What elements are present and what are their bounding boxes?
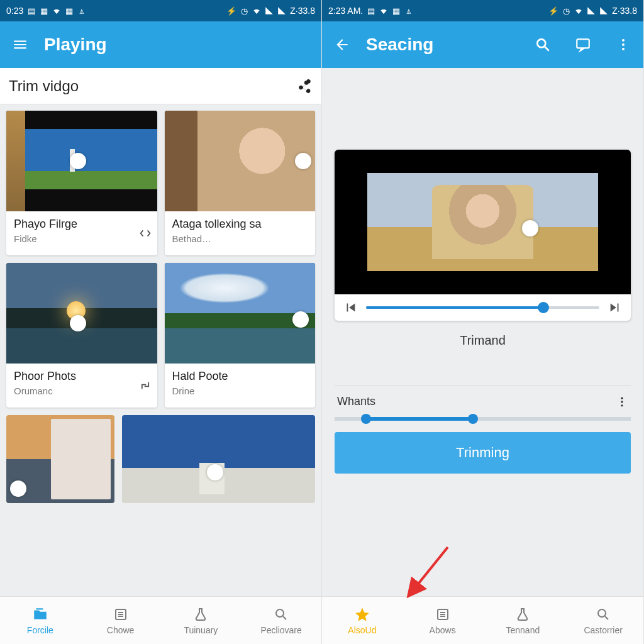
video-thumbnail — [165, 111, 316, 211]
list-icon — [113, 606, 129, 623]
nav-label: Tuinuary — [184, 625, 218, 635]
svg-point-9 — [621, 401, 623, 402]
video-card[interactable]: Ataga tollexing sa Bethad… — [165, 111, 316, 255]
battery-label: Z·33.8 — [290, 6, 315, 16]
app-title: Playing — [44, 35, 107, 55]
flask-icon — [514, 606, 531, 623]
nav-label: Forcile — [27, 625, 53, 635]
nav-tab-castorrier[interactable]: Castorrier — [563, 597, 643, 644]
nav-tab-pecliovare[interactable]: Pecliovare — [241, 597, 321, 644]
status-icon: ▦ — [40, 6, 48, 15]
video-card[interactable]: Phoor Phots Orumanc — [6, 263, 157, 408]
app-title: Seacing — [366, 35, 433, 55]
status-icon: ⍋ — [77, 6, 86, 15]
nav-tab-alsoud[interactable]: AlsoUd — [322, 597, 402, 644]
wifi-icon — [574, 6, 583, 15]
signal-icon — [587, 6, 596, 15]
status-icon: ⍋ — [404, 6, 413, 15]
screen-seacing: 2:23 AM. ▤ ▦ ⍋ ⚡ ◷ Z·33.8 Sea — [322, 0, 644, 644]
option-label: Whants — [337, 395, 375, 408]
video-title: Phoor Phots — [14, 370, 150, 383]
screen-playing: 0:23 ▤ ▦ ▦ ⍋ ⚡ ◷ Z·33.8 — [0, 0, 322, 644]
expand-icon[interactable] — [138, 379, 152, 392]
nav-tab-abows[interactable]: Abows — [402, 597, 483, 644]
svg-point-6 — [622, 43, 625, 46]
editor-area: Trimand Whants Trinming — [322, 68, 643, 596]
video-list: Phayo Filrge Fidke Ataga tollexing sa Be… — [0, 104, 321, 596]
comment-icon[interactable] — [574, 36, 592, 53]
nav-label: Abows — [430, 625, 456, 635]
svg-point-5 — [622, 39, 625, 42]
svg-point-2 — [276, 609, 284, 617]
more-vert-icon[interactable] — [614, 36, 632, 53]
step-back-icon[interactable] — [343, 301, 357, 314]
video-subtitle: Fidke — [14, 233, 150, 244]
trim-label: Trimand — [335, 333, 631, 348]
video-preview-card — [335, 150, 631, 321]
more-vert-icon[interactable] — [616, 396, 628, 408]
status-bar: 0:23 ▤ ▦ ▦ ⍋ ⚡ ◷ Z·33.8 — [0, 0, 321, 21]
nav-label: Castorrier — [584, 625, 622, 635]
signal-icon — [599, 6, 608, 15]
bolt-icon: ⚡ — [549, 6, 558, 15]
video-preview[interactable] — [335, 150, 631, 294]
svg-point-12 — [598, 609, 606, 617]
list-icon — [435, 606, 451, 623]
signal-icon — [265, 6, 274, 15]
video-thumbnail[interactable] — [6, 415, 114, 503]
wifi-icon — [379, 6, 388, 15]
nav-label: Pecliovare — [260, 625, 301, 635]
star-icon — [354, 606, 370, 623]
status-time: 2:23 AM. — [328, 6, 363, 16]
trim-range-slider[interactable] — [335, 417, 631, 421]
svg-point-8 — [621, 397, 623, 399]
hamburger-icon[interactable] — [11, 36, 29, 53]
bottom-nav: Forcile Chowe Tuinuary Pecliovare — [0, 596, 321, 644]
nav-tab-chowe[interactable]: Chowe — [80, 597, 161, 644]
video-title: Ataga tollexing sa — [172, 218, 308, 231]
share-icon[interactable] — [296, 78, 313, 94]
video-thumbnail — [165, 263, 316, 364]
status-icon: ▤ — [27, 6, 36, 15]
nav-tab-forcile[interactable]: Forcile — [0, 597, 80, 644]
svg-point-10 — [621, 404, 623, 406]
progress-slider[interactable] — [366, 306, 599, 309]
trimming-button[interactable]: Trinming — [335, 432, 631, 474]
video-subtitle: Bethad… — [172, 233, 308, 244]
search-icon — [273, 606, 289, 623]
search-icon[interactable] — [534, 36, 552, 53]
nav-label: Tennand — [506, 625, 540, 635]
step-forward-icon[interactable] — [608, 301, 622, 314]
video-title: Phayo Filrge — [14, 218, 150, 231]
status-icon: ▦ — [392, 6, 401, 15]
nav-tab-tennand[interactable]: Tennand — [483, 597, 564, 644]
wifi-icon — [52, 6, 61, 15]
wifi-icon — [252, 6, 261, 15]
nav-tab-tuinuary[interactable]: Tuinuary — [161, 597, 242, 644]
status-icon: ▦ — [65, 6, 74, 15]
clock-icon: ◷ — [562, 6, 570, 15]
battery-label: Z·33.8 — [612, 6, 637, 16]
video-thumbnail[interactable] — [122, 415, 315, 503]
option-row: Whants — [335, 386, 631, 421]
svg-rect-0 — [36, 608, 43, 609]
bottom-nav: AlsoUd Abows Tennand Castorrier — [322, 596, 643, 644]
search-icon — [595, 606, 611, 623]
section-header: Trim vidgo — [0, 68, 321, 104]
clock-icon: ◷ — [240, 6, 248, 15]
video-card[interactable]: Hald Poote Drine — [165, 263, 316, 408]
folder-icon — [32, 606, 48, 623]
playback-controls — [335, 294, 631, 321]
video-title: Hald Poote — [172, 370, 308, 383]
bolt-icon: ⚡ — [227, 6, 236, 15]
back-icon[interactable] — [333, 36, 351, 53]
video-thumbnail — [6, 111, 157, 211]
app-bar: Playing — [0, 21, 321, 68]
expand-icon[interactable] — [138, 226, 152, 240]
section-title: Trim vidgo — [9, 77, 79, 95]
svg-point-3 — [537, 39, 545, 47]
nav-label: Chowe — [107, 625, 135, 635]
signal-icon — [277, 6, 286, 15]
svg-point-7 — [622, 48, 625, 50]
video-card[interactable]: Phayo Filrge Fidke — [6, 111, 157, 255]
